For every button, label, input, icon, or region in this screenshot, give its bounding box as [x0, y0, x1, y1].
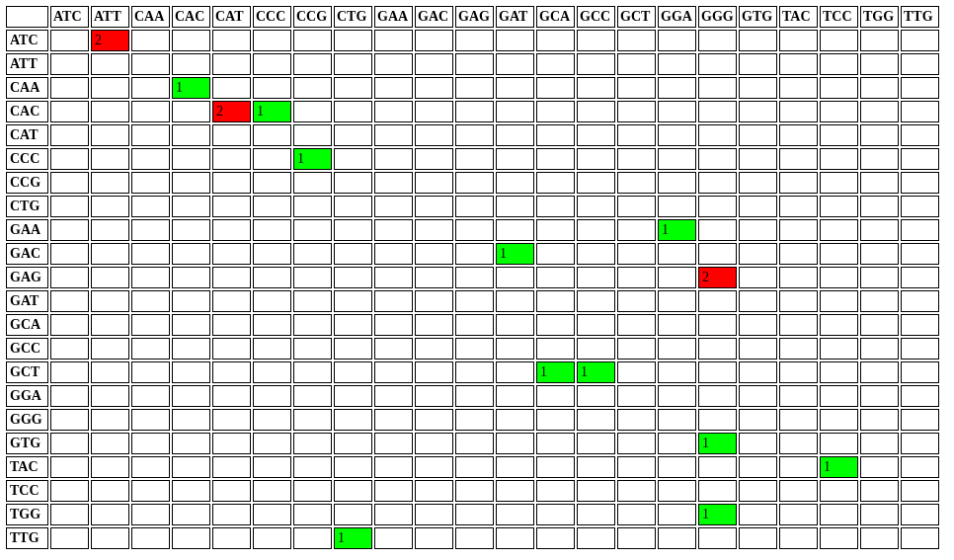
cell-gtg-tcc: [820, 433, 858, 454]
cell-ccg-gcc: [577, 172, 615, 194]
cell-cat-gtg: [739, 124, 777, 146]
cell-gct-caa: [131, 361, 170, 383]
row-header-tac: TAC: [6, 456, 48, 478]
cell-gct-gct: [617, 361, 656, 383]
col-header-ggg: GGG: [698, 6, 737, 28]
cell-ctg-gaa: [374, 196, 413, 217]
cell-ttg-gaa: [374, 527, 413, 549]
cell-ggg-gat: [496, 409, 534, 431]
cell-atc-ctg: [334, 30, 372, 51]
col-header-gat: GAT: [496, 6, 534, 28]
cell-gac-ggg: [698, 243, 737, 265]
cell-gga-gct: [617, 385, 656, 407]
cell-value: 2: [94, 33, 102, 47]
cell-tgg-gca: [536, 504, 575, 525]
cell-value: 2: [215, 104, 223, 119]
cell-ccc-tcc: [820, 148, 858, 170]
cell-atc-gga: [658, 30, 696, 51]
cell-gca-gct: [617, 314, 656, 336]
cell-tac-att: [91, 456, 129, 478]
cell-ccc-ctg: [334, 148, 372, 170]
cell-gac-tcc: [820, 243, 858, 265]
cell-gaa-cac: [172, 219, 210, 241]
cell-tgg-gac: [415, 504, 453, 525]
cell-tgg-ggg: 1: [698, 504, 737, 525]
cell-tgg-gat: [496, 504, 534, 525]
cell-caa-gct: [617, 77, 656, 99]
cell-gtg-ttg: [901, 433, 939, 454]
cell-ggg-gct: [617, 409, 656, 431]
cell-gat-gac: [415, 290, 453, 312]
cell-gag-gct: [617, 267, 656, 288]
cell-ggg-gag: [455, 409, 494, 431]
cell-atc-ccg: [293, 30, 332, 51]
cell-gtg-gtg: [739, 433, 777, 454]
cell-ccg-ggg: [698, 172, 737, 194]
cell-caa-atc: [50, 77, 89, 99]
table-row: GAG2: [6, 267, 939, 288]
cell-tgg-gga: [658, 504, 696, 525]
cell-ctg-atc: [50, 196, 89, 217]
cell-gat-atc: [50, 290, 89, 312]
cell-gga-ttg: [901, 385, 939, 407]
cell-atc-gaa: [374, 30, 413, 51]
cell-gct-gga: [658, 361, 696, 383]
cell-gtg-gcc: [577, 433, 615, 454]
cell-att-tac: [779, 53, 818, 75]
cell-ccc-gct: [617, 148, 656, 170]
cell-gct-gac: [415, 361, 453, 383]
cell-tgg-tcc: [820, 504, 858, 525]
cell-tgg-caa: [131, 504, 170, 525]
cell-value: 1: [499, 246, 507, 261]
cell-ccg-caa: [131, 172, 170, 194]
cell-ccc-gat: [496, 148, 534, 170]
cell-gaa-ggg: [698, 219, 737, 241]
cell-tcc-gtg: [739, 480, 777, 502]
cell-cac-cac: [172, 101, 210, 122]
cell-cac-ttg: [901, 101, 939, 122]
cell-value: 1: [701, 507, 709, 521]
cell-atc-cat: [212, 30, 251, 51]
cell-ggg-gaa: [374, 409, 413, 431]
cell-tac-cat: [212, 456, 251, 478]
cell-ggg-cat: [212, 409, 251, 431]
cell-tac-ggg: [698, 456, 737, 478]
cell-ccg-cat: [212, 172, 251, 194]
cell-cat-gct: [617, 124, 656, 146]
cell-gat-gag: [455, 290, 494, 312]
cell-gat-ggg: [698, 290, 737, 312]
cell-gat-gca: [536, 290, 575, 312]
cell-ttg-gag: [455, 527, 494, 549]
cell-tgg-tgg: [860, 504, 899, 525]
cell-ttg-gct: [617, 527, 656, 549]
cell-caa-caa: [131, 77, 170, 99]
cell-gga-caa: [131, 385, 170, 407]
cell-tgg-gtg: [739, 504, 777, 525]
cell-gct-cac: [172, 361, 210, 383]
cell-gaa-ctg: [334, 219, 372, 241]
table-row: TAC1: [6, 456, 939, 478]
cell-cac-gct: [617, 101, 656, 122]
cell-tac-cac: [172, 456, 210, 478]
cell-att-cat: [212, 53, 251, 75]
cell-ggg-att: [91, 409, 129, 431]
cell-gag-ctg: [334, 267, 372, 288]
cell-cat-gaa: [374, 124, 413, 146]
cell-gag-tac: [779, 267, 818, 288]
cell-gag-tcc: [820, 267, 858, 288]
cell-gaa-caa: [131, 219, 170, 241]
cell-gcc-cac: [172, 338, 210, 360]
cell-ctg-caa: [131, 196, 170, 217]
cell-gga-gtg: [739, 385, 777, 407]
cell-ccc-gcc: [577, 148, 615, 170]
cell-ttg-ttg: [901, 527, 939, 549]
cell-gct-atc: [50, 361, 89, 383]
cell-gct-att: [91, 361, 129, 383]
cell-gaa-cat: [212, 219, 251, 241]
cell-cac-caa: [131, 101, 170, 122]
cell-gac-gcc: [577, 243, 615, 265]
cell-tac-ccc: [253, 456, 291, 478]
cell-cac-gat: [496, 101, 534, 122]
cell-gca-atc: [50, 314, 89, 336]
cell-gtg-tac: [779, 433, 818, 454]
